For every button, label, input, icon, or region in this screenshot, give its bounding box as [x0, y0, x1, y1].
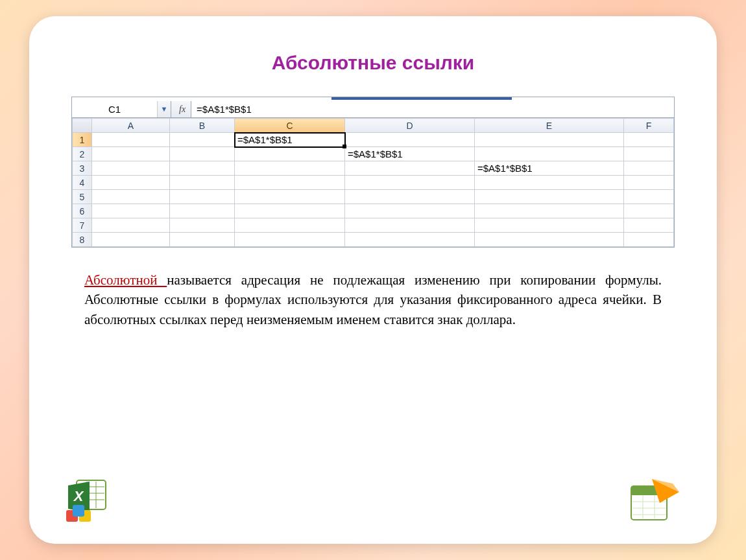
cell[interactable] — [475, 147, 624, 161]
cell[interactable] — [345, 133, 475, 147]
explanation-paragraph: Абсолютной называется адресация не подле… — [84, 270, 662, 329]
row-header[interactable]: 8 — [73, 233, 92, 247]
cell[interactable] — [345, 161, 475, 176]
cell[interactable] — [170, 147, 235, 161]
row-header[interactable]: 7 — [73, 218, 92, 233]
cell[interactable] — [235, 204, 345, 218]
cell[interactable] — [235, 190, 345, 204]
cell[interactable] — [345, 176, 475, 190]
table-row: 1=$A$1*$B$1 — [73, 133, 674, 147]
cell[interactable] — [345, 233, 475, 247]
cell[interactable] — [345, 204, 475, 218]
cell[interactable] — [475, 176, 624, 190]
table-row: 8 — [73, 233, 674, 247]
cell[interactable] — [170, 218, 235, 233]
cell[interactable] — [624, 147, 674, 161]
column-header[interactable]: A — [92, 119, 170, 133]
column-header[interactable]: E — [475, 119, 624, 133]
cell[interactable] — [235, 233, 345, 247]
cell[interactable] — [345, 190, 475, 204]
cell[interactable] — [170, 190, 235, 204]
row-header[interactable]: 4 — [73, 176, 92, 190]
column-header[interactable]: C — [235, 119, 345, 133]
row-header[interactable]: 6 — [73, 204, 92, 218]
cell[interactable] — [92, 133, 170, 147]
excel-screenshot: C1 ▼ fx =$A$1*$B$1 ABCDEF 1=$A$1*$B$12=$… — [71, 97, 675, 248]
cell[interactable] — [92, 218, 170, 233]
cell[interactable] — [92, 176, 170, 190]
cell[interactable] — [624, 218, 674, 233]
cell[interactable] — [624, 133, 674, 147]
cell[interactable] — [170, 233, 235, 247]
page-title: Абсолютные ссылки — [58, 52, 688, 74]
cell[interactable] — [475, 133, 624, 147]
row-header[interactable]: 5 — [73, 190, 92, 204]
table-row: 6 — [73, 204, 674, 218]
cell[interactable] — [235, 218, 345, 233]
fx-button[interactable]: fx — [171, 101, 191, 117]
svg-rect-9 — [73, 505, 84, 517]
cell[interactable] — [475, 233, 624, 247]
cell[interactable] — [624, 233, 674, 247]
cell[interactable] — [92, 147, 170, 161]
column-header[interactable]: B — [170, 119, 235, 133]
column-header[interactable]: D — [345, 119, 475, 133]
lead-term: Абсолютной — [84, 272, 167, 288]
name-box[interactable]: C1 ▼ — [72, 101, 171, 117]
table-row: 3=$A$1*$B$1 — [73, 161, 674, 176]
cell[interactable] — [624, 190, 674, 204]
cell[interactable] — [475, 190, 624, 204]
excel-logo-icon: X — [65, 479, 117, 524]
svg-text:X: X — [73, 488, 84, 504]
cell[interactable] — [624, 161, 674, 176]
formula-bar: C1 ▼ fx =$A$1*$B$1 — [72, 101, 674, 118]
table-row: 5 — [73, 190, 674, 204]
cell[interactable] — [624, 204, 674, 218]
cell[interactable] — [475, 218, 624, 233]
cell[interactable] — [475, 204, 624, 218]
name-box-dropdown-icon[interactable]: ▼ — [158, 101, 171, 117]
cell[interactable] — [170, 161, 235, 176]
column-headers: ABCDEF — [73, 119, 674, 133]
fx-icon: fx — [176, 104, 188, 115]
formula-input[interactable]: =$A$1*$B$1 — [191, 101, 674, 117]
table-row: 7 — [73, 218, 674, 233]
cell[interactable] — [235, 147, 345, 161]
cell[interactable] — [170, 133, 235, 147]
cell[interactable] — [92, 190, 170, 204]
table-row: 4 — [73, 176, 674, 190]
slide-card: Абсолютные ссылки C1 ▼ fx =$A$1*$B$1 ABC… — [29, 16, 717, 544]
cell[interactable]: =$A$1*$B$1 — [345, 147, 475, 161]
spreadsheet-grid[interactable]: ABCDEF 1=$A$1*$B$12=$A$1*$B$13=$A$1*$B$1… — [72, 118, 674, 247]
cell[interactable] — [92, 161, 170, 176]
cell[interactable] — [170, 204, 235, 218]
row-header[interactable]: 1 — [73, 133, 92, 147]
name-box-value: C1 — [72, 101, 158, 117]
row-header[interactable]: 2 — [73, 147, 92, 161]
table-row: 2=$A$1*$B$1 — [73, 147, 674, 161]
ribbon-edge — [331, 97, 512, 100]
row-header[interactable]: 3 — [73, 161, 92, 176]
paragraph-rest: называется адресация не подлежащая измен… — [84, 272, 662, 327]
select-all-corner[interactable] — [73, 119, 92, 133]
cell[interactable] — [345, 218, 475, 233]
cell[interactable] — [235, 176, 345, 190]
cell[interactable]: =$A$1*$B$1 — [475, 161, 624, 176]
cell[interactable] — [92, 204, 170, 218]
excel-file-icon — [626, 476, 681, 524]
cell[interactable] — [92, 233, 170, 247]
column-header[interactable]: F — [624, 119, 674, 133]
cell[interactable] — [235, 161, 345, 176]
cell[interactable] — [624, 176, 674, 190]
cell[interactable]: =$A$1*$B$1 — [235, 133, 345, 147]
cell[interactable] — [170, 176, 235, 190]
